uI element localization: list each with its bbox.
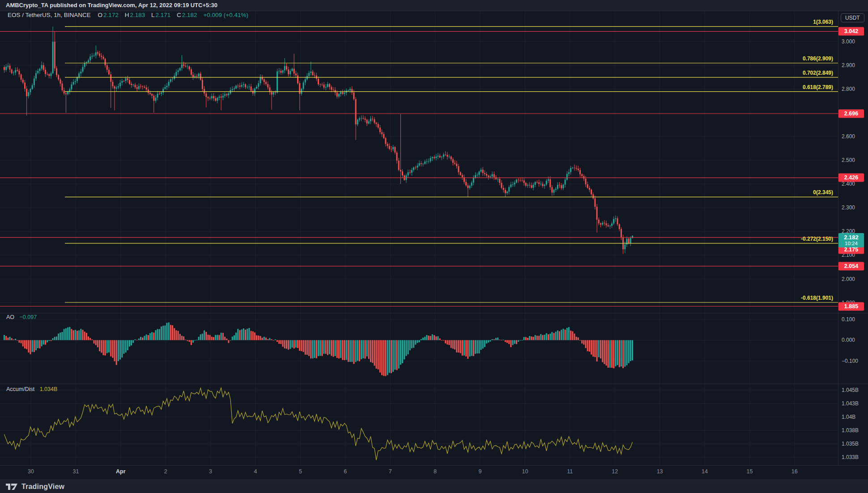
price-tag-3.042: 3.042 — [838, 27, 864, 36]
time-label-16: 16 — [791, 468, 798, 475]
time-label-15: 15 — [746, 468, 753, 475]
last-price-tag: 2.182 10:24 — [838, 233, 864, 247]
price-tag-1.885: 1.885 — [838, 302, 864, 310]
fib-label: -0.272(2.150) — [801, 236, 833, 242]
price-tag-2.426: 2.426 — [838, 174, 864, 182]
tradingview-wordmark[interactable]: TradingView — [21, 483, 64, 491]
time-label-10: 10 — [522, 468, 528, 475]
fib-label: 1(3.063) — [813, 19, 833, 25]
ao-value: −0.097 — [20, 314, 37, 320]
ao-axis-label-0.000: 0.000 — [842, 337, 855, 343]
bar-countdown: 10:24 — [838, 241, 864, 246]
fib-label: 0.618(2.789) — [803, 84, 833, 90]
change-value: +0.009 (+0.41%) — [203, 12, 248, 18]
last-price-value: 2.182 — [838, 234, 864, 241]
time-label-3: 3 — [209, 468, 212, 475]
accum-dist-value: 1.034B — [40, 386, 58, 392]
time-label-4: 4 — [254, 468, 257, 475]
low-label: L — [151, 12, 155, 18]
accum-dist-legend: Accum/Dist 1.034B — [6, 386, 57, 392]
price-axis-label-2.000: 2.000 — [842, 276, 855, 282]
time-label-11: 11 — [567, 468, 573, 475]
ad-axis-label-1.043B: 1.043B — [842, 400, 859, 407]
price-tag-2.696: 2.696 — [838, 110, 864, 118]
ad-axis-label-1.04B: 1.04B — [842, 414, 855, 420]
time-label-31: 31 — [72, 468, 79, 475]
ad-axis-label-1.045B: 1.045B — [842, 387, 859, 393]
time-label-2: 2 — [164, 468, 167, 475]
price-axis-label-2.300: 2.300 — [842, 204, 855, 211]
high-label: H — [125, 12, 129, 18]
ao-axis-label-−0.100: −0.100 — [842, 358, 858, 364]
close-label: C — [177, 12, 181, 18]
time-label-30: 30 — [28, 468, 34, 475]
time-label-8: 8 — [434, 468, 437, 475]
tradingview-published-chart: AMBCrypto_TA published on TradingView.co… — [0, 0, 868, 493]
fib-label: -0.618(1.901) — [801, 295, 833, 301]
tradingview-logo-icon[interactable] — [6, 482, 18, 491]
footer-bar: TradingView — [0, 480, 868, 493]
fib-label: 0.702(2.849) — [803, 70, 833, 76]
ao-axis-label-0.100: 0.100 — [842, 316, 855, 323]
price-axis-label-3.000: 3.000 — [842, 38, 855, 45]
ao-legend: AO −0.097 — [6, 314, 37, 320]
open-value: 2.172 — [103, 12, 119, 18]
time-label-7: 7 — [389, 468, 392, 475]
symbol-title: EOS / TetherUS, 1h, BINANCE — [8, 12, 91, 18]
currency-toggle-button[interactable]: USDT — [841, 13, 864, 22]
high-value: 2.183 — [130, 12, 145, 18]
price-tag-2.054: 2.054 — [838, 262, 864, 270]
price-axis-label-2.900: 2.900 — [842, 62, 855, 68]
publish-info-bar: AMBCrypto_TA published on TradingView.co… — [0, 0, 868, 11]
low-value: 2.171 — [156, 12, 171, 18]
price-axis-label-2.600: 2.600 — [842, 133, 855, 140]
ad-axis-label-1.038B: 1.038B — [842, 427, 859, 434]
time-label-13: 13 — [657, 468, 663, 475]
chart-canvas[interactable] — [0, 0, 868, 493]
fib-label: 0.786(2.909) — [803, 55, 833, 62]
level-lines[interactable] — [0, 26, 838, 306]
time-label-9: 9 — [479, 468, 482, 475]
time-label-14: 14 — [702, 468, 708, 475]
accum-dist-label: Accum/Dist — [6, 386, 34, 392]
accum-dist-line — [4, 388, 633, 460]
candles-layer — [4, 26, 633, 254]
time-label-12: 12 — [612, 468, 618, 475]
fib-label: 0(2.345) — [813, 189, 833, 196]
open-label: O — [98, 12, 103, 18]
time-label-5: 5 — [299, 468, 302, 475]
price-axis-label-2.800: 2.800 — [842, 86, 855, 92]
time-label-Apr: Apr — [116, 468, 126, 475]
ao-histogram — [4, 323, 633, 376]
ao-label: AO — [6, 314, 14, 320]
ad-axis-label-1.033B: 1.033B — [842, 454, 859, 460]
time-label-6: 6 — [344, 468, 347, 475]
close-value: 2.182 — [182, 12, 197, 18]
publish-info-text: AMBCrypto_TA published on TradingView.co… — [6, 2, 217, 8]
symbol-legend: EOS / TetherUS, 1h, BINANCE O2.172 H2.18… — [8, 12, 249, 18]
price-axis-label-2.500: 2.500 — [842, 157, 855, 163]
ad-axis-label-1.035B: 1.035B — [842, 441, 859, 447]
